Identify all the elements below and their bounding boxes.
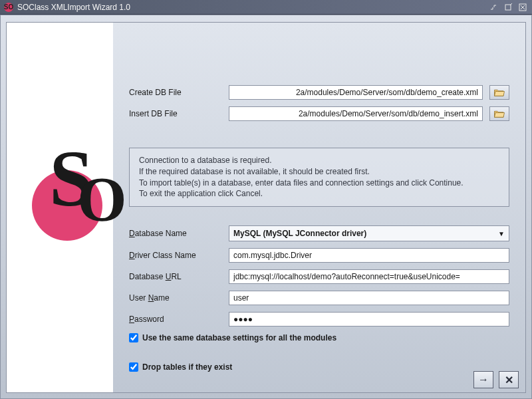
- drop-tables-checkbox[interactable]: [129, 362, 138, 372]
- folder-open-icon: [493, 109, 505, 118]
- titlebar: SO SOClass XMLImport Wizard 1.0: [0, 0, 532, 15]
- username-row: User Name: [129, 291, 509, 305]
- database-name-row: Database Name MySQL (MySQL JConnector dr…: [129, 225, 509, 241]
- database-name-dropdown[interactable]: MySQL (MySQL JConnector driver) ▼: [229, 225, 509, 241]
- driver-class-input[interactable]: [229, 248, 509, 263]
- driver-class-row: Driver Class Name: [129, 248, 509, 263]
- app-icon: SO: [4, 3, 13, 12]
- browse-create-button[interactable]: [489, 85, 509, 100]
- sidebar: S O: [7, 23, 113, 392]
- close-icon: ✕: [505, 374, 513, 386]
- insert-db-file-input[interactable]: [229, 106, 483, 121]
- password-input[interactable]: [229, 312, 509, 327]
- create-db-label: Create DB File: [129, 88, 229, 97]
- nav-buttons: → ✕: [473, 371, 519, 388]
- same-settings-row: Use the same database settings for all t…: [129, 333, 509, 342]
- next-button[interactable]: →: [473, 371, 493, 388]
- database-name-label: Database Name: [129, 229, 229, 238]
- username-input[interactable]: [229, 291, 509, 305]
- minimize-button[interactable]: [488, 2, 499, 13]
- create-db-row: Create DB File: [129, 85, 509, 100]
- close-window-button[interactable]: [517, 2, 528, 13]
- folder-open-icon: [493, 88, 505, 97]
- drop-tables-label: Drop tables if they exist: [142, 362, 232, 372]
- same-settings-checkbox[interactable]: [129, 333, 138, 342]
- maximize-button[interactable]: [503, 2, 513, 13]
- same-settings-label: Use the same database settings for all t…: [142, 333, 336, 342]
- drop-tables-row: Drop tables if they exist: [129, 362, 509, 372]
- database-url-row: Database URL: [129, 269, 509, 284]
- password-label: Password: [129, 315, 229, 324]
- dropdown-value: MySQL (MySQL JConnector driver): [233, 229, 366, 238]
- window-body: S O Create DB File Insert DB File: [0, 15, 532, 399]
- driver-class-label: Driver Class Name: [129, 251, 229, 260]
- create-db-file-input[interactable]: [229, 85, 483, 100]
- password-row: Password: [129, 312, 509, 327]
- insert-db-row: Insert DB File: [129, 106, 509, 121]
- main-content: Create DB File Insert DB File: [113, 23, 525, 392]
- database-url-label: Database URL: [129, 272, 229, 281]
- window-buttons: [488, 2, 528, 13]
- inner-frame: S O Create DB File Insert DB File: [6, 22, 526, 393]
- info-line: To exit the application click Cancel.: [139, 188, 499, 200]
- arrow-right-icon: →: [478, 374, 489, 386]
- logo: S O: [13, 148, 106, 267]
- info-line: To import table(s) in a database, enter …: [139, 178, 499, 189]
- database-url-input[interactable]: [229, 269, 509, 284]
- info-line: If the required database is not availabl…: [139, 166, 499, 178]
- cancel-button[interactable]: ✕: [499, 371, 519, 388]
- browse-insert-button[interactable]: [489, 106, 509, 121]
- svg-rect-0: [505, 5, 511, 10]
- username-label: User Name: [129, 293, 229, 303]
- window-title: SOClass XMLImport Wizard 1.0: [17, 3, 488, 12]
- info-panel: Connection to a database is required. If…: [129, 148, 509, 207]
- insert-db-label: Insert DB File: [129, 109, 229, 118]
- info-line: Connection to a database is required.: [139, 155, 499, 166]
- chevron-down-icon: ▼: [498, 230, 505, 237]
